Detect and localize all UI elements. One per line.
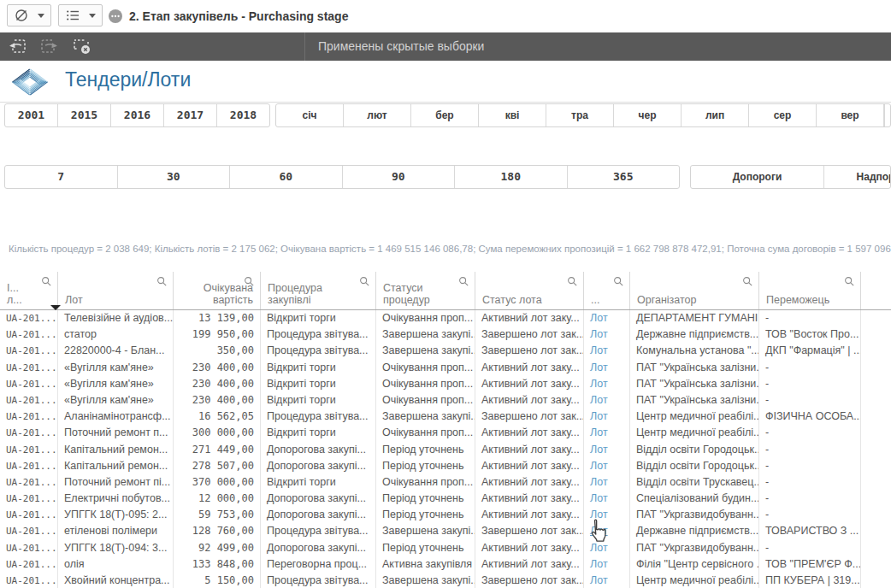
cell-lot[interactable]: «Вугілля кам'яне» — [58, 376, 174, 392]
cell-procedure_status[interactable]: Активна закупівля — [376, 556, 475, 573]
clear-selections-icon[interactable] — [71, 38, 93, 56]
cell-lot_status[interactable]: Активний лот заку... — [475, 310, 584, 326]
cell-procedure_status[interactable]: Завершена закупі... — [376, 573, 475, 588]
sheets-menu-button[interactable] — [58, 4, 103, 26]
month-filter-button[interactable]: січ — [276, 104, 344, 126]
threshold-filter-button[interactable]: Надпор — [824, 166, 891, 188]
lot-link[interactable]: Лот — [590, 426, 608, 438]
cell-id[interactable]: UA-201... — [0, 573, 58, 588]
month-filter-button[interactable]: лют — [344, 104, 411, 126]
cell-lot_status[interactable]: Активний лот заку... — [475, 376, 584, 392]
column-header[interactable]: Очікуванавартість — [174, 272, 261, 309]
cell-organizer[interactable]: ПАТ "Українська залізни... — [630, 392, 759, 409]
lot-link[interactable]: Лот — [590, 574, 608, 586]
cell-organizer[interactable]: ДЕПАРТАМЕНТ ГУМАНІ... — [630, 310, 759, 326]
cell-id[interactable]: UA-201... — [0, 343, 58, 359]
cell-amount[interactable]: 300 000,00 — [174, 425, 261, 441]
cell-organizer[interactable]: ПАТ "Українська залізни... — [630, 360, 759, 376]
month-filter-button[interactable]: лип — [682, 104, 749, 126]
partial-filter-cell[interactable] — [884, 104, 890, 126]
cell-amount[interactable]: 5 150,00 — [174, 573, 261, 588]
search-icon[interactable] — [156, 276, 168, 287]
cell-lot_status[interactable]: Активний лот заку... — [475, 507, 584, 523]
cell-winner[interactable]: ПП КУБЕРА | 319... — [759, 573, 861, 588]
cell-procedure[interactable]: Допорогова закупі... — [261, 540, 376, 556]
cell-procedure[interactable]: Процедура звітува... — [261, 326, 376, 343]
cell-winner[interactable]: ТОВ "ПРЕМ'ЄР Ф... — [759, 556, 861, 573]
cell-id[interactable]: UA-201... — [0, 556, 58, 573]
cell-lot_status[interactable]: Активний лот заку... — [475, 442, 584, 458]
cell-winner[interactable]: - — [759, 360, 861, 376]
cell-winner[interactable]: - — [759, 507, 861, 523]
cell-lot_status[interactable]: Активний лот заку... — [475, 392, 584, 409]
cell-id[interactable]: UA-201... — [0, 442, 58, 458]
cell-winner[interactable]: - — [759, 540, 861, 556]
column-header[interactable]: Переможець — [759, 272, 861, 309]
cell-amount[interactable]: 278 507,00 — [174, 458, 261, 474]
cell-lot[interactable]: «Вугілля кам'яне» — [58, 392, 174, 409]
lot-link[interactable]: Лот — [590, 362, 608, 373]
month-filter-button[interactable]: кві — [479, 104, 546, 126]
column-header[interactable]: Лот — [58, 272, 174, 309]
cell-lot_status[interactable]: Завершено лот зак... — [475, 523, 584, 539]
cell-lot[interactable]: олія — [58, 556, 174, 573]
cell-organizer[interactable]: Філія "Центр сервісного ... — [630, 556, 759, 573]
cell-lot[interactable]: Телевізійне й аудіов... — [58, 310, 174, 326]
cell-id[interactable]: UA-201... — [0, 540, 58, 556]
cell-winner[interactable]: ТОВ "Восток Про... — [759, 326, 861, 343]
cell-amount[interactable]: 92 499,00 — [174, 540, 261, 556]
cell-organizer[interactable]: Відділ освіти Городоцьк... — [630, 458, 759, 474]
cell-amount[interactable]: 271 449,00 — [174, 442, 261, 458]
cell-organizer[interactable]: Державне підприємств... — [630, 326, 759, 343]
lot-link[interactable]: Лот — [590, 542, 608, 554]
year-filter-button[interactable]: 2015 — [58, 104, 111, 126]
cell-lot[interactable]: статор — [58, 326, 174, 343]
cell-winner[interactable]: ДКП "Фармація" | ... — [759, 343, 861, 359]
year-filter-button[interactable]: 2017 — [164, 104, 217, 126]
cell-amount[interactable]: 230 400,00 — [174, 376, 261, 392]
cell-procedure_status[interactable]: Очікування проп... — [376, 376, 475, 392]
cell-amount[interactable]: 350,00 — [174, 343, 261, 359]
cell-winner[interactable]: - — [759, 425, 861, 441]
cell-procedure[interactable]: Допорогова закупі... — [261, 442, 376, 458]
year-filter-button[interactable]: 2001 — [5, 104, 58, 126]
cell-organizer[interactable]: Відділ освіти Трускавец... — [630, 474, 759, 491]
period-filter-button[interactable]: 7 — [5, 166, 118, 188]
lot-link[interactable]: Лот — [590, 460, 608, 472]
search-icon[interactable] — [613, 276, 624, 287]
cell-organizer[interactable]: Центр медичної реабілі... — [630, 425, 759, 441]
cell-amount[interactable]: 12 000,00 — [174, 491, 261, 507]
cell-procedure[interactable]: Відкриті торги — [261, 474, 376, 491]
period-filter-button[interactable]: 60 — [230, 166, 343, 188]
cell-procedure[interactable]: Допорогова закупі... — [261, 507, 376, 523]
cell-winner[interactable]: - — [759, 392, 861, 409]
cell-procedure_status[interactable]: Очікування проп... — [376, 360, 475, 376]
cell-lot[interactable]: УПГГК 18(Т)-094: 3... — [58, 540, 174, 556]
cell-organizer[interactable]: Центр медичної реабілі... — [630, 573, 759, 588]
cell-procedure_status[interactable]: Період уточнень — [376, 458, 475, 474]
cell-procedure_status[interactable]: Період уточнень — [376, 540, 475, 556]
column-header[interactable]: Процедуразакупівлі — [261, 272, 376, 309]
cell-lot[interactable]: Капітальний ремон... — [58, 442, 174, 458]
lot-link[interactable]: Лот — [590, 492, 608, 504]
search-icon[interactable] — [567, 276, 578, 287]
cell-lot[interactable]: етіленові полімери — [58, 523, 174, 539]
cell-id[interactable]: UA-201... — [0, 360, 58, 376]
cell-amount[interactable]: 230 400,00 — [174, 360, 261, 376]
cell-organizer[interactable]: Центр медичної реабілі... — [630, 409, 759, 425]
month-filter-button[interactable]: бер — [411, 104, 479, 126]
cell-id[interactable]: UA-201... — [0, 392, 58, 409]
cell-lot_status[interactable]: Завершено лот зак... — [475, 343, 584, 359]
search-icon[interactable] — [844, 276, 855, 287]
period-filter-button[interactable]: 365 — [568, 166, 680, 188]
cell-amount[interactable]: 59 753,00 — [174, 507, 261, 523]
cell-id[interactable]: UA-201... — [0, 491, 58, 507]
lot-link[interactable]: Лот — [590, 509, 608, 520]
lot-link[interactable]: Лот — [590, 476, 608, 488]
lot-link[interactable]: Лот — [590, 410, 608, 422]
cell-lot[interactable]: Електричні побутов... — [58, 491, 174, 507]
cell-lot_status[interactable]: Завершено лот зак... — [475, 326, 584, 343]
cell-amount[interactable]: 13 139,00 — [174, 310, 261, 326]
cell-id[interactable]: UA-201... — [0, 507, 58, 523]
search-icon[interactable] — [41, 276, 52, 287]
